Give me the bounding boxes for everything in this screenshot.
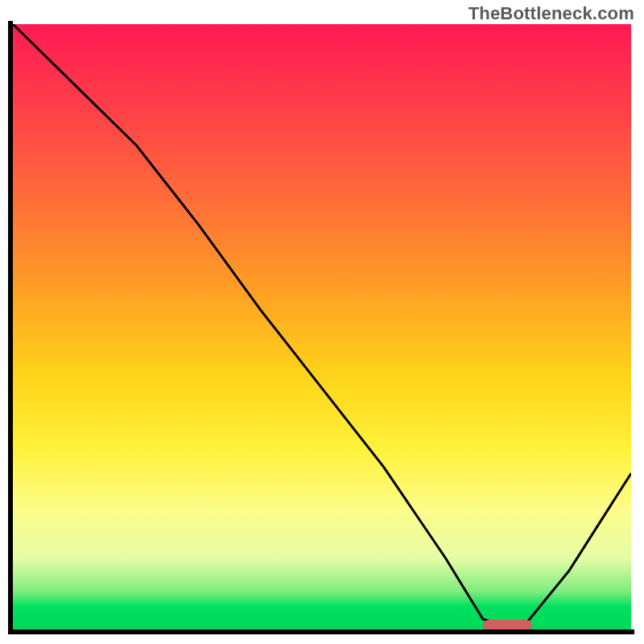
x-axis [8,630,634,634]
bottleneck-curve [13,24,631,631]
curve-path [13,24,631,631]
chart-stage: TheBottleneck.com [0,0,644,644]
watermark-text: TheBottleneck.com [469,3,634,24]
y-axis [8,21,13,634]
